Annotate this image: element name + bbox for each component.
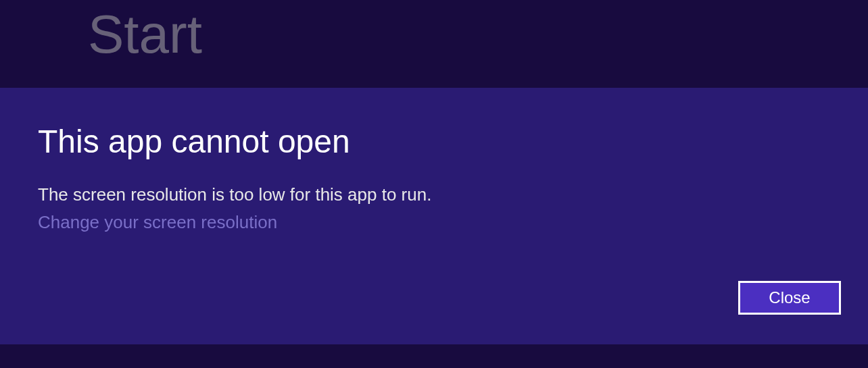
- dialog-message: The screen resolution is too low for thi…: [38, 184, 868, 205]
- start-screen-header: Start: [0, 0, 868, 88]
- close-button[interactable]: Close: [738, 281, 841, 315]
- error-dialog-panel: This app cannot open The screen resoluti…: [0, 88, 868, 344]
- start-title: Start: [88, 3, 868, 65]
- bottom-strip: [0, 344, 868, 368]
- dialog-title: This app cannot open: [38, 123, 868, 160]
- change-resolution-link[interactable]: Change your screen resolution: [38, 212, 277, 233]
